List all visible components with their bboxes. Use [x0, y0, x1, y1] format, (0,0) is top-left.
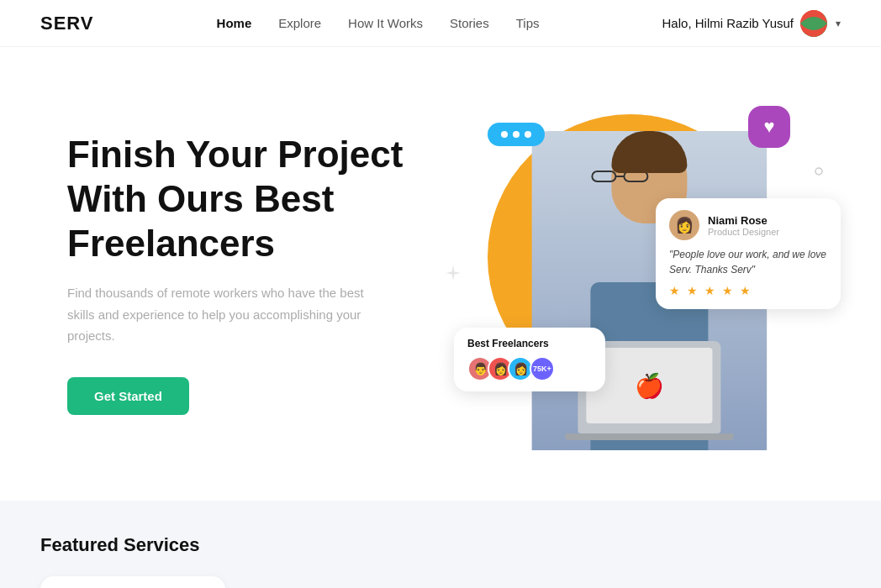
nav-logo[interactable]: SERV: [40, 13, 94, 34]
hero-left: Finish Your Project With Ours Best Freel…: [67, 133, 420, 415]
nav-user-menu[interactable]: Halo, Hilmi Razib Yusuf ▾: [662, 10, 841, 37]
nav-tips[interactable]: Tips: [516, 16, 540, 30]
chat-bubble-card: [488, 123, 545, 146]
chat-dot-2: [513, 131, 520, 138]
hero-title: Finish Your Project With Ours Best Freel…: [67, 133, 420, 265]
navbar: SERV Home Explore How It Works Stories T…: [0, 0, 881, 47]
freelancers-label: Best Freelancers: [467, 338, 592, 349]
review-user: 👩 Niami Rose Product Designer: [669, 210, 827, 240]
featured-card[interactable]: Hilmi Razib Yusuf admin 🖥️: [40, 576, 225, 588]
review-role: Product Designer: [708, 227, 779, 237]
hero-section: Finish Your Project With Ours Best Freel…: [0, 47, 881, 501]
freelancer-count: 75K+: [530, 356, 555, 381]
nav-chevron-icon: ▾: [836, 18, 841, 29]
hero-subtitle: Find thousands of remote workers who hav…: [67, 282, 370, 347]
nav-user-avatar: [800, 10, 827, 37]
review-text: "People love our work, and we love Serv.…: [669, 247, 827, 277]
freelancer-avatars: 👨 👩 👩 75K+: [467, 356, 592, 381]
freelancers-card: Best Freelancers 👨 👩 👩 75K+: [454, 328, 605, 391]
svg-rect-1: [592, 171, 615, 181]
nav-home[interactable]: Home: [217, 16, 252, 30]
get-started-button[interactable]: Get Started: [67, 377, 189, 415]
review-name: Niami Rose: [708, 214, 779, 227]
chat-dot-1: [501, 131, 508, 138]
person-hair: [611, 131, 687, 173]
svg-point-4: [815, 168, 822, 175]
sparkle-2: [814, 165, 824, 180]
nav-links: Home Explore How It Works Stories Tips: [217, 16, 540, 30]
nav-how-it-works[interactable]: How It Works: [348, 16, 423, 30]
heart-icon: ♥: [763, 116, 774, 138]
sparkle-1: [446, 265, 461, 284]
apple-logo-icon: 🍎: [635, 372, 664, 400]
nav-user-greeting: Halo, Hilmi Razib Yusuf: [662, 16, 794, 30]
chat-dot-3: [525, 131, 531, 138]
review-card: 👩 Niami Rose Product Designer "People lo…: [656, 198, 841, 309]
nav-stories[interactable]: Stories: [450, 16, 489, 30]
review-avatar: 👩: [669, 210, 699, 240]
nav-explore[interactable]: Explore: [278, 16, 321, 30]
featured-title: Featured Services: [40, 534, 841, 556]
hero-right: 🍎 ♥ 👩 Niami Rose Product Designer: [420, 97, 841, 450]
review-user-info: Niami Rose Product Designer: [708, 214, 779, 237]
heart-card: ♥: [748, 106, 790, 148]
featured-section: Featured Services Hilmi Razib Yusuf admi…: [0, 501, 881, 588]
review-stars: ★ ★ ★ ★ ★: [669, 284, 827, 297]
